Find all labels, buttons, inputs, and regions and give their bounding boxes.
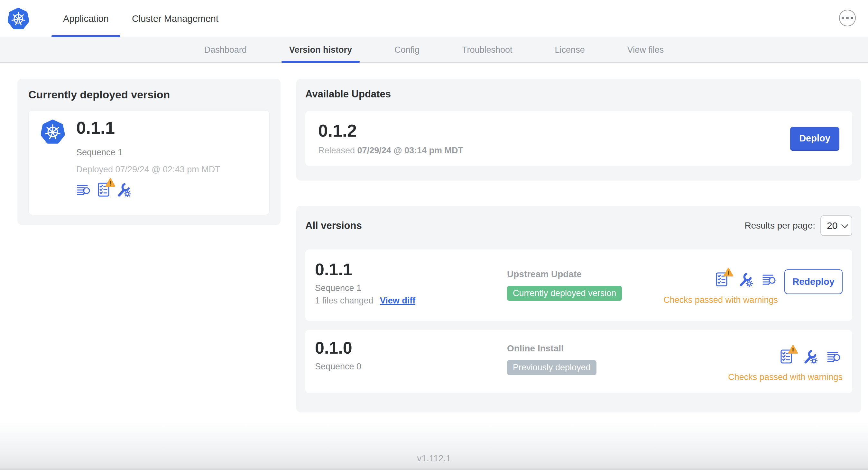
row-version-number: 0.1.1 [315, 260, 507, 279]
warning-triangle-icon [788, 345, 798, 354]
preflight-status-text: Checks passed with warnings [728, 372, 843, 382]
version-row-0-1-1: 0.1.1 Sequence 1 1 files changed View di… [305, 249, 852, 321]
console-version: v1.112.1 [417, 453, 451, 464]
subnav-tab-view-files[interactable]: View files [606, 37, 685, 62]
deployed-sequence: Sequence 1 [76, 147, 220, 158]
tab-application-label: Application [63, 13, 109, 24]
tab-cluster-management-label: Cluster Management [132, 13, 218, 24]
deployed-timestamp: Deployed 07/29/24 @ 02:43 pm MDT [76, 165, 220, 174]
view-diff-link[interactable]: View diff [380, 296, 416, 306]
warning-triangle-icon [105, 178, 116, 188]
preflight-checks-warning-icon[interactable] [96, 182, 111, 197]
subnav-tab-config[interactable]: Config [373, 37, 441, 62]
tab-cluster-management[interactable]: Cluster Management [120, 0, 230, 37]
row-version-number: 0.1.0 [315, 339, 507, 357]
app-level-tabs: Application Cluster Management [52, 0, 230, 37]
active-tab-underline [52, 35, 120, 37]
config-icon[interactable] [803, 349, 817, 364]
all-versions-card: All versions Results per page: 20 0. [296, 206, 861, 412]
app-subnav: Dashboard Version history Config Trouble… [0, 37, 868, 63]
top-bar: Application Cluster Management [0, 0, 868, 37]
row-sequence: Sequence 0 [315, 362, 507, 372]
results-per-page-label: Results per page: [745, 221, 815, 231]
subnav-tab-dashboard[interactable]: Dashboard [183, 37, 268, 62]
subnav-tab-license[interactable]: License [534, 37, 606, 62]
kubernetes-app-icon [41, 119, 65, 145]
deploy-button[interactable]: Deploy [790, 127, 839, 150]
preflight-checks-warning-icon[interactable] [779, 349, 794, 364]
release-notes-icon[interactable] [827, 349, 841, 364]
preflight-status-text: Checks passed with warnings [663, 295, 778, 305]
deployed-version-tile: 0.1.1 Sequence 1 Deployed 07/29/24 @ 02:… [28, 110, 270, 215]
app-root: Application Cluster Management Dashboard… [0, 0, 868, 470]
config-icon[interactable] [738, 272, 753, 287]
available-updates-card: Available Updates 0.1.2 Released 07/29/2… [296, 79, 861, 181]
preflight-checks-warning-icon[interactable] [714, 272, 729, 287]
overflow-menu-button[interactable] [839, 10, 856, 26]
row-source-label: Online Install [507, 343, 728, 354]
config-icon[interactable] [116, 182, 131, 197]
page-footer: v1.112.1 [0, 422, 868, 470]
all-versions-title: All versions [305, 220, 362, 231]
status-badge: Previously deployed [507, 360, 596, 375]
active-subnav-underline [281, 61, 360, 63]
chevron-down-icon [841, 221, 849, 229]
files-changed-label: 1 files changed [315, 296, 374, 306]
row-sequence: Sequence 1 [315, 283, 507, 293]
subnav-tab-troubleshoot[interactable]: Troubleshoot [441, 37, 534, 62]
currently-deployed-card: Currently deployed version [18, 79, 281, 225]
status-badge: Currently deployed version [507, 286, 622, 301]
version-row-0-1-0: 0.1.0 Sequence 0 Online Install Previous… [305, 330, 852, 393]
release-notes-icon[interactable] [76, 182, 91, 197]
kubernetes-logo-icon [8, 6, 29, 31]
update-version-number: 0.1.2 [318, 121, 463, 140]
currently-deployed-title: Currently deployed version [28, 89, 270, 101]
row-source-label: Upstream Update [507, 269, 663, 279]
update-released-line: Released 07/29/24 @ 03:14 pm MDT [318, 146, 463, 156]
available-updates-title: Available Updates [305, 89, 852, 100]
release-notes-icon[interactable] [762, 272, 777, 287]
tab-application[interactable]: Application [52, 0, 120, 37]
available-update-row: 0.1.2 Released 07/29/24 @ 03:14 pm MDT D… [305, 111, 852, 166]
redeploy-button[interactable]: Redeploy [784, 269, 843, 294]
results-per-page-select[interactable]: 20 [820, 215, 852, 236]
update-released-timestamp: 07/29/24 @ 03:14 pm MDT [358, 146, 463, 155]
warning-triangle-icon [723, 267, 734, 277]
main-content: Currently deployed version [0, 63, 868, 412]
ellipsis-icon [842, 17, 844, 19]
subnav-tab-version-history[interactable]: Version history [268, 37, 373, 62]
deployed-version-number: 0.1.1 [76, 118, 220, 137]
